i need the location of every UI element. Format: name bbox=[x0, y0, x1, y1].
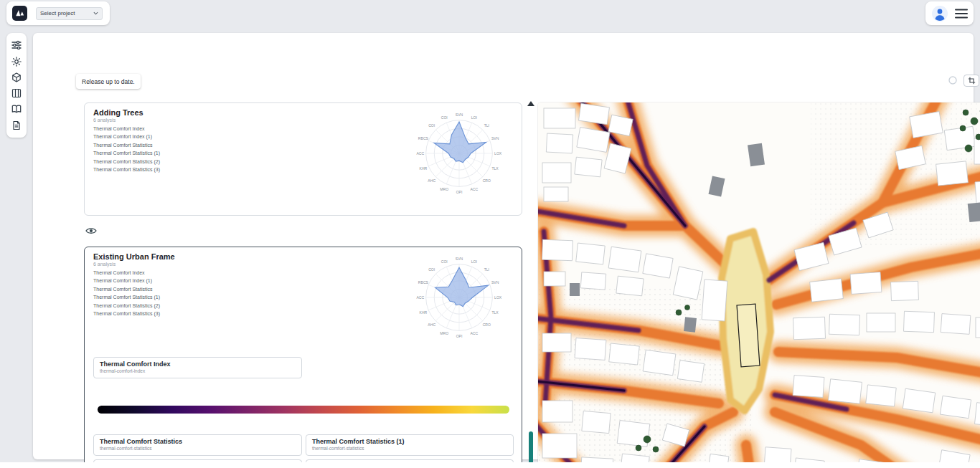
tile-subtitle: thermal-comfort-statistics bbox=[100, 446, 296, 451]
svg-text:RBCS: RBCS bbox=[418, 136, 429, 140]
svg-text:COI: COI bbox=[441, 115, 448, 120]
svg-text:LOX: LOX bbox=[494, 295, 502, 300]
legend-tick-label: 14.79 bbox=[181, 416, 191, 420]
tile-subtitle: thermal-comfort-index bbox=[100, 394, 507, 399]
legend-unit-label: °C bbox=[503, 400, 507, 404]
thermal-map[interactable] bbox=[538, 102, 980, 468]
tile-title: Thermal Comfort Index (1) bbox=[100, 386, 507, 393]
chevron-down-icon bbox=[93, 11, 98, 15]
svg-text:TLX: TLX bbox=[491, 310, 499, 315]
legend-ticks: 12.813.4614.1314.7915.4616.1216.7917.451… bbox=[98, 416, 509, 421]
book-icon[interactable] bbox=[10, 102, 23, 115]
svg-text:ACC: ACC bbox=[416, 295, 424, 300]
visibility-toggle-button[interactable] bbox=[85, 226, 97, 235]
svg-text:KHR: KHR bbox=[420, 310, 428, 315]
columns-icon[interactable] bbox=[10, 87, 23, 100]
legend-tick-label: 22.1 bbox=[501, 416, 509, 420]
svg-text:KHR: KHR bbox=[420, 166, 428, 171]
svg-text:ACC: ACC bbox=[470, 187, 478, 191]
avatar-button[interactable] bbox=[931, 5, 948, 22]
document-icon[interactable] bbox=[10, 119, 23, 132]
svg-text:ACC: ACC bbox=[416, 151, 424, 156]
svg-text:TLX: TLX bbox=[491, 166, 499, 171]
svg-text:TLI: TLI bbox=[484, 267, 489, 272]
legend-tick-label: 19.44 bbox=[387, 416, 397, 420]
legend-tick-label: 20.11 bbox=[416, 416, 425, 420]
group-card-adding-trees[interactable]: Adding Trees 6 analysis Thermal Comfort … bbox=[84, 102, 522, 216]
group-card-existing-urban-frame[interactable]: Existing Urban Frame 6 analysis Thermal … bbox=[84, 247, 522, 468]
legend-tick-label: 16.79 bbox=[269, 416, 279, 420]
svg-text:RBCS: RBCS bbox=[418, 280, 429, 285]
map-viewport[interactable] bbox=[538, 102, 980, 468]
svg-text:COI: COI bbox=[428, 123, 435, 128]
svg-text:LOI: LOI bbox=[471, 259, 477, 264]
svg-text:SVN: SVN bbox=[491, 280, 499, 285]
selected-building-outline[interactable] bbox=[737, 304, 760, 367]
user-avatar-icon bbox=[931, 5, 948, 22]
svg-text:MRO: MRO bbox=[440, 187, 448, 191]
eye-icon bbox=[85, 226, 97, 235]
tile-title: Thermal Comfort Index bbox=[100, 360, 296, 368]
hamburger-icon bbox=[955, 9, 968, 19]
app-logo bbox=[12, 6, 27, 21]
svg-text:ACC: ACC bbox=[470, 331, 478, 335]
topbar: Select project bbox=[6, 1, 110, 25]
crop-button[interactable] bbox=[963, 75, 979, 87]
svg-text:LOI: LOI bbox=[471, 115, 477, 120]
logo-glyph-icon bbox=[14, 8, 25, 19]
tile-title: Thermal Comfort Statistics bbox=[100, 438, 296, 445]
tile-subtitle: thermal-comfort-index bbox=[100, 368, 296, 373]
svg-text:COI: COI bbox=[441, 259, 448, 264]
tile-title: Thermal Comfort Statistics (1) bbox=[312, 438, 507, 445]
legend-tick-label: 18.78 bbox=[357, 416, 367, 420]
legend-tick-label: 16.12 bbox=[240, 416, 250, 420]
svg-text:CRO: CRO bbox=[483, 178, 491, 183]
radar-chart: SVNLOITLISVNLOXTLXCROACCOPIMROAHCKHRACCR… bbox=[407, 108, 512, 199]
svg-text:COI: COI bbox=[428, 267, 435, 272]
analysis-scroll-area: Adding Trees 6 analysis Thermal Comfort … bbox=[75, 101, 528, 468]
sidebar bbox=[6, 33, 27, 138]
analysis-tile-thermal-comfort-index[interactable]: Thermal Comfort Index thermal-comfort-in… bbox=[93, 357, 302, 378]
svg-text:SVN: SVN bbox=[456, 257, 463, 261]
svg-text:AHC: AHC bbox=[428, 178, 435, 183]
svg-text:TLI: TLI bbox=[484, 123, 489, 128]
analysis-tile-thermal-comfort-index-1-selected[interactable]: Thermal Comfort Index (1) thermal-comfor… bbox=[93, 383, 514, 429]
svg-text:LOX: LOX bbox=[494, 151, 502, 156]
cube-icon[interactable] bbox=[10, 71, 23, 84]
svg-text:CRO: CRO bbox=[483, 323, 491, 327]
crop-icon bbox=[968, 77, 976, 85]
app-root: Select project bbox=[0, 0, 980, 468]
legend-tick-label: 17.45 bbox=[298, 416, 308, 420]
main-panel: Release up to date. Adding Trees 6 analy… bbox=[33, 33, 974, 459]
footer-strip bbox=[0, 462, 980, 468]
legend-tick-label: 20.77 bbox=[446, 416, 456, 420]
scroll-up-button[interactable] bbox=[527, 101, 534, 106]
sun-icon[interactable] bbox=[10, 55, 23, 68]
analysis-tile-thermal-comfort-statistics-1[interactable]: Thermal Comfort Statistics (1) thermal-c… bbox=[306, 434, 514, 456]
menu-button[interactable] bbox=[955, 9, 968, 19]
svg-text:AHC: AHC bbox=[428, 323, 435, 327]
status-circle-icon bbox=[948, 76, 957, 85]
legend-tick-label: 12.8 bbox=[98, 416, 105, 420]
svg-text:OPI: OPI bbox=[456, 190, 463, 194]
tile-subtitle: thermal-comfort-statistics bbox=[312, 446, 507, 451]
project-select[interactable]: Select project bbox=[36, 7, 103, 20]
topbar-actions bbox=[925, 1, 974, 25]
radar-chart: SVNLOITLISVNLOXTLXCROACCOPIMROAHCKHRACCR… bbox=[407, 252, 512, 343]
legend-tick-label: 14.13 bbox=[151, 416, 161, 420]
legend-tick-label: 15.46 bbox=[210, 416, 220, 420]
svg-text:SVN: SVN bbox=[456, 113, 463, 117]
legend-tick-label: 13.46 bbox=[122, 416, 132, 420]
legend-tick-label: 21.44 bbox=[475, 416, 485, 420]
svg-text:MRO: MRO bbox=[440, 331, 448, 335]
legend-tick-label: 18.11 bbox=[328, 416, 337, 420]
sliders-icon[interactable] bbox=[10, 39, 23, 52]
svg-text:OPI: OPI bbox=[456, 334, 463, 338]
analysis-tile-thermal-comfort-statistics[interactable]: Thermal Comfort Statistics thermal-comfo… bbox=[93, 434, 302, 456]
legend-gradient-bar bbox=[98, 406, 509, 414]
project-select-value: Select project bbox=[40, 10, 75, 16]
svg-text:SVN: SVN bbox=[491, 136, 499, 140]
release-button[interactable]: Release up to date. bbox=[76, 74, 141, 89]
